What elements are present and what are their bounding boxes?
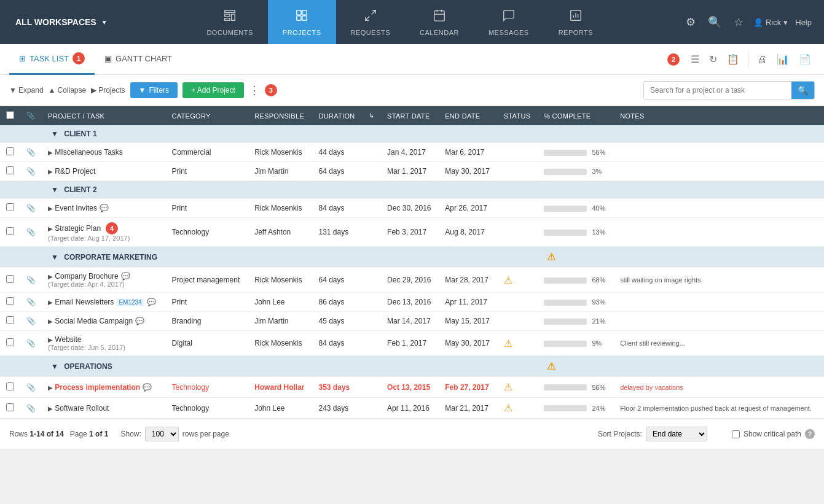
row-expand-icon[interactable]: ▶ [48,384,53,391]
row-checkbox[interactable] [6,275,14,283]
tool-pdf-button[interactable]: 📄 [795,51,815,68]
tool-print-button[interactable]: 🖨 [753,52,771,68]
user-arrow-icon: ▾ [783,18,788,27]
row-name: Company Brochure [55,272,118,281]
collapse-button[interactable]: ▲ Collapse [49,86,87,95]
tool-refresh-button[interactable]: ↻ [705,51,721,68]
sort-label: Sort Projects: [598,430,642,438]
row-expand-icon[interactable]: ▶ [48,299,53,306]
row-duration: 353 days [313,377,363,398]
row-checkbox[interactable] [6,382,14,390]
nav-item-calendar[interactable]: CALENDAR [405,0,474,44]
workspace-selector[interactable]: ALL WORKSPACES ▼ [6,17,117,27]
chat-icon[interactable]: 💬 [121,272,130,281]
more-options-button[interactable]: ⋮ [249,83,260,97]
row-expand-icon[interactable]: ▶ [48,273,53,280]
tab-gantt-chart[interactable]: ▣ GANTT CHART [95,44,182,75]
group-collapse-icon[interactable]: ▼ [51,130,58,138]
row-responsible: Howard Hollar [248,377,312,398]
documents-icon [223,9,237,25]
row-expand-icon[interactable]: ▶ [48,225,53,232]
collapse-label: Collapse [57,86,86,95]
tool-list-button[interactable]: ☰ [687,51,703,68]
chat-icon[interactable]: 💬 [100,204,109,212]
nav-item-projects[interactable]: PROJECTS [268,0,336,44]
row-end-date: Apr 26, 2017 [439,199,497,218]
row-duration: 44 days [313,143,363,162]
row-category: Digital [165,331,248,356]
row-expand-icon[interactable]: ▶ [48,405,53,412]
filters-button[interactable]: ▼ Filters [130,82,178,98]
tool-export-button[interactable]: 📋 [723,51,743,68]
rows-per-page-select[interactable]: 100 50 25 [145,427,179,441]
table-row: 📎 ▶ Software Rollout Technology John Lee… [0,398,824,419]
row-checkbox-cell [0,268,20,293]
search-input[interactable] [644,82,791,98]
favorites-button[interactable]: ☆ [731,13,746,31]
critical-path-checkbox[interactable] [732,430,740,438]
nav-item-messages[interactable]: MESSAGES [474,0,544,44]
projects-filter-button[interactable]: ▶ Projects [91,86,125,95]
nav-item-documents[interactable]: DOCUMENTS [192,0,267,44]
row-start-date: Dec 30, 2016 [381,199,439,218]
critical-path-help-icon[interactable]: ? [805,429,815,439]
row-attachment: 📎 [20,398,42,419]
row-end-date: Apr 11, 2017 [439,293,497,312]
row-attachment: 📎 [20,162,42,181]
row-expand-icon[interactable]: ▶ [48,205,53,212]
group-collapse-icon[interactable]: ▼ [51,185,58,194]
row-start-date: Oct 13, 2015 [381,377,439,398]
row-name: Strategic Plan [55,224,101,233]
row-dependency [363,293,381,312]
chat-icon[interactable]: 💬 [135,317,144,325]
row-name-cell: ▶ R&D Project [42,162,165,181]
row-expand-icon[interactable]: ▶ [48,168,53,175]
row-responsible: Jim Martin [248,312,312,331]
tool-excel-button[interactable]: 📊 [773,51,793,68]
chat-icon[interactable]: 💬 [143,383,152,392]
settings-button[interactable]: ⚙ [683,13,698,31]
messages-icon [502,9,516,25]
tab-task-list[interactable]: ⊞ TASK LIST 1 [9,44,95,75]
select-all-checkbox[interactable] [6,111,14,119]
group-collapse-icon[interactable]: ▼ [51,253,58,262]
row-category: Technology [165,398,248,419]
sort-select[interactable]: End date Start date Name [646,427,707,441]
group-row: ▼ CLIENT 1 [0,125,824,143]
progress-bar [544,169,587,175]
row-pct-cell: 24% [538,398,614,419]
expand-button[interactable]: ▼ Expand [9,86,44,95]
search-button[interactable]: 🔍 [705,13,724,31]
row-checkbox[interactable] [6,316,14,324]
group-collapse-icon[interactable]: ▼ [51,362,58,371]
nav-item-requests[interactable]: REQUESTS [336,0,406,44]
nav-item-reports[interactable]: REPORTS [544,0,608,44]
row-checkbox[interactable] [6,203,14,211]
help-button[interactable]: Help [795,18,812,27]
progress-bar [544,230,587,236]
row-status [498,162,538,181]
user-menu-button[interactable]: 👤 Rick ▾ [753,18,788,27]
row-checkbox[interactable] [6,403,14,411]
row-dependency [363,377,381,398]
header-pct-complete: % COMPLETE [538,106,614,125]
row-status [498,143,538,162]
add-project-button[interactable]: + Add Project [182,82,244,98]
row-checkbox[interactable] [6,166,14,174]
row-expand-icon[interactable]: ▶ [48,149,53,156]
search-submit-button[interactable]: 🔍 [791,82,814,99]
progress-bar [544,341,587,347]
row-checkbox[interactable] [6,227,14,235]
row-checkbox[interactable] [6,338,14,346]
row-name: Website [55,335,81,344]
row-checkbox[interactable] [6,147,14,155]
row-name-cell: ▶ Event Invites💬 [42,199,165,218]
chat-icon[interactable]: 💬 [147,298,156,306]
row-checkbox-cell [0,312,20,331]
row-expand-icon[interactable]: ▶ [48,318,53,325]
row-status: ⚠ [498,398,538,419]
status-warn-icon: ⚠ [504,338,512,349]
row-checkbox[interactable] [6,297,14,305]
row-pct-cell: 13% [538,218,614,247]
row-expand-icon[interactable]: ▶ [48,336,53,343]
